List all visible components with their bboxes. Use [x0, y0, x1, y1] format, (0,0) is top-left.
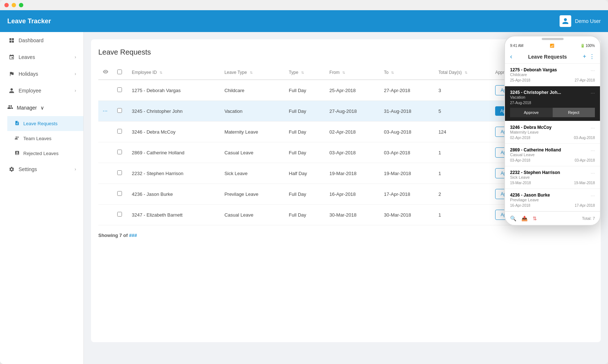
sidebar-item-leaves[interactable]: Leaves › — [0, 49, 83, 66]
mobile-list-item[interactable]: ··· 4236 - Jason Burke Previlage Leave 1… — [505, 189, 600, 211]
sidebar-item-settings[interactable]: Settings › — [0, 161, 83, 178]
sidebar-item-rejected-leaves[interactable]: Rejected Leaves — [7, 146, 83, 161]
mobile-dots-icon[interactable]: ··· — [591, 125, 595, 131]
mobile-total-label: Total: 7 — [582, 216, 595, 221]
cell-total-days: 1 — [434, 163, 491, 184]
mobile-more-icon[interactable]: ⋮ — [589, 53, 595, 60]
cell-total-days: 3 — [434, 80, 491, 101]
cell-total-days: 1 — [434, 142, 491, 163]
cell-to: 30-Mar-2018 — [379, 205, 434, 225]
row-checkbox[interactable] — [117, 108, 122, 113]
chevron-right-icon: › — [75, 88, 76, 93]
chevron-right-icon: › — [75, 167, 76, 172]
cell-to: 03-Aug-2018 — [379, 122, 434, 142]
app-header: Leave Tracker Demo User — [0, 10, 608, 32]
cell-from: 25-Apr-2018 — [325, 80, 380, 101]
table-footer: Showing 7 of ### — [98, 233, 593, 238]
minimize-button[interactable] — [12, 3, 16, 7]
mobile-list-item[interactable]: ··· 2869 - Catherine Holland Casual Leav… — [505, 144, 600, 166]
mobile-footer-icons: 🔍 📤 ⇅ — [510, 215, 537, 221]
cell-to: 03-Apr-2018 — [379, 142, 434, 163]
mobile-sort-icon[interactable]: ⇅ — [533, 215, 537, 221]
mobile-item-name: 1275 - Deborah Vargas — [510, 67, 595, 72]
avatar — [560, 15, 571, 27]
mobile-dots-icon[interactable]: ··· — [591, 90, 595, 96]
sidebar-item-dashboard[interactable]: Dashboard — [0, 32, 83, 49]
mobile-item-type: Maternity Leave — [510, 130, 595, 134]
sidebar-group-manager[interactable]: Manager ∨ — [0, 99, 83, 116]
sidebar-item-label: Dashboard — [19, 37, 76, 43]
cell-to: 27-Apr-2018 — [379, 80, 434, 101]
row-eye-col — [98, 205, 113, 225]
row-checkbox[interactable] — [117, 212, 122, 217]
mobile-item-dates: 03-Apr-2018 03-Apr-2018 — [510, 158, 595, 162]
cell-to: 31-Aug-2018 — [379, 101, 434, 122]
col-eye — [98, 65, 113, 80]
cell-from: 02-Apr-2018 — [325, 122, 380, 142]
mobile-search-icon[interactable]: 🔍 — [510, 215, 516, 221]
mobile-dots-icon[interactable]: ··· — [591, 170, 595, 176]
row-dots-icon[interactable]: ··· — [103, 108, 107, 114]
sidebar-item-team-leaves[interactable]: Team Leaves — [7, 131, 83, 146]
footer-link[interactable]: ### — [129, 233, 137, 238]
cell-from: 16-Apr-2018 — [325, 184, 380, 205]
mobile-header-icons: + ⋮ — [583, 53, 595, 60]
flag-icon — [8, 71, 15, 77]
user-name: Demo User — [575, 18, 601, 24]
col-checkbox — [113, 65, 127, 80]
sidebar-item-label: Employee — [19, 88, 71, 94]
mobile-list-item-active[interactable]: ··· 3245 - Christopher Joh... Vacation 2… — [505, 86, 600, 121]
chevron-right-icon: › — [75, 71, 76, 76]
mobile-list: ··· 1275 - Deborah Vargas Childcare 25-A… — [505, 64, 600, 211]
mobile-item-type: Childcare — [510, 72, 595, 77]
sidebar: Dashboard Leaves › Holidays — [0, 32, 84, 364]
footer-showing: Showing 7 of — [98, 233, 128, 238]
col-to: To ⇅ — [379, 65, 434, 80]
mobile-dots-icon[interactable]: ··· — [591, 147, 595, 153]
mobile-status-bar: 9:41 AM 📶 🔋 100% — [505, 41, 600, 50]
cell-type: Half Day — [284, 163, 325, 184]
select-all-checkbox[interactable] — [117, 70, 122, 74]
sidebar-item-employee[interactable]: Employee › — [0, 82, 83, 99]
mobile-item-type: Casual Leave — [510, 153, 595, 157]
mobile-list-item[interactable]: ··· 1275 - Deborah Vargas Childcare 25-A… — [505, 64, 600, 86]
brand-title: Leave Tracker — [7, 17, 51, 25]
mobile-item-type: Previlage Leave — [510, 198, 595, 202]
mobile-reject-button[interactable]: Reject — [553, 108, 595, 117]
cell-employee-id: 4236 - Jason Burke — [127, 184, 220, 205]
mobile-list-item[interactable]: ··· 3246 - Debra McCoy Maternity Leave 0… — [505, 121, 600, 144]
close-button[interactable] — [4, 3, 9, 7]
row-checkbox[interactable] — [117, 150, 122, 154]
cell-from: 27-Aug-2018 — [325, 101, 380, 122]
mobile-mockup: 9:41 AM 📶 🔋 100% ‹ Leave Requests + ⋮ ··… — [504, 36, 601, 226]
sidebar-item-holidays[interactable]: Holidays › — [0, 66, 83, 82]
row-checkbox[interactable] — [117, 170, 122, 175]
request-icon — [15, 120, 20, 127]
row-checkbox[interactable] — [117, 87, 122, 92]
row-checkbox[interactable] — [117, 191, 122, 196]
mobile-battery: 🔋 100% — [580, 44, 595, 48]
cell-total-days: 1 — [434, 205, 491, 225]
chevron-right-icon: › — [75, 55, 76, 60]
mobile-approve-button[interactable]: Approve — [510, 108, 553, 117]
row-eye-col — [98, 142, 113, 163]
app-window: Leave Tracker Demo User Dashboard — [0, 10, 608, 364]
sidebar-item-leave-requests[interactable]: Leave Requests — [7, 116, 83, 131]
cell-type: Full Day — [284, 142, 325, 163]
mobile-back-icon[interactable]: ‹ — [510, 53, 512, 60]
mobile-share-icon[interactable]: 📤 — [521, 215, 528, 221]
col-total-days: Total Day(s) ⇅ — [434, 65, 491, 80]
manager-icon — [7, 104, 13, 111]
mobile-dots-icon[interactable]: ··· — [591, 67, 595, 73]
sidebar-subitem-label: Leave Requests — [23, 121, 58, 126]
maximize-button[interactable] — [19, 3, 23, 7]
cell-employee-id: 2869 - Catherine Holland — [127, 142, 220, 163]
mobile-dots-icon[interactable]: ··· — [591, 193, 595, 198]
mobile-list-item[interactable]: ··· 2232 - Stephen Harrison Sick Leave 1… — [505, 166, 600, 189]
row-checkbox[interactable] — [117, 129, 122, 134]
mobile-add-icon[interactable]: + — [583, 53, 586, 60]
cell-employee-id: 3245 - Christopher John — [127, 101, 220, 122]
cell-type: Full Day — [284, 101, 325, 122]
cell-employee-id: 1275 - Deborah Vargas — [127, 80, 220, 101]
cell-total-days: 5 — [434, 101, 491, 122]
